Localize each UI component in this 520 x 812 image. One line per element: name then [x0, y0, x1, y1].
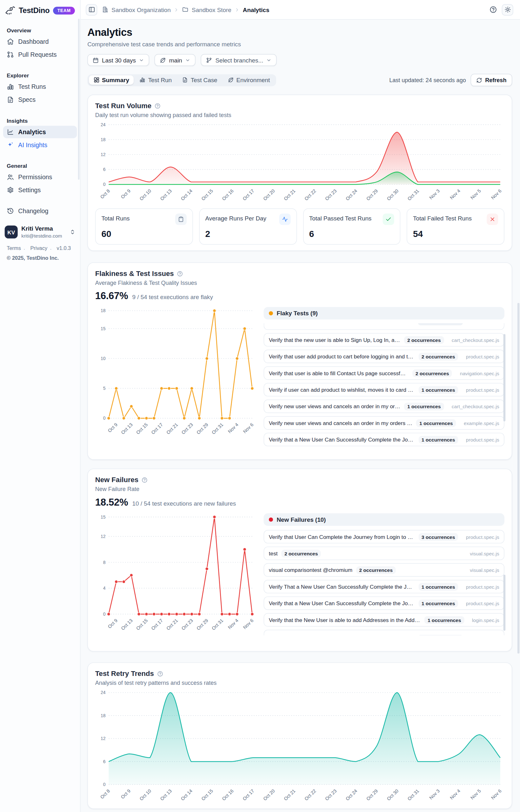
list-item[interactable]: Verify that the New User is able to add …: [263, 613, 504, 627]
sidebar-item-dashboard[interactable]: Dashboard: [3, 35, 77, 48]
flaky-percent-note: 9 / 54 test executions are flaky: [132, 294, 213, 300]
git-pull-request-icon: [7, 51, 14, 58]
check-icon: [385, 216, 392, 222]
svg-text:6: 6: [103, 167, 106, 172]
chevron-right-icon: [174, 7, 179, 12]
building-icon: [102, 6, 108, 13]
test-name: test: [269, 550, 278, 557]
privacy-link[interactable]: Privacy: [30, 245, 47, 251]
page-scrollbar[interactable]: [517, 303, 520, 654]
refresh-button[interactable]: Refresh: [470, 74, 512, 86]
list-item[interactable]: test 2 occurrences visual.spec.js: [263, 547, 504, 560]
list-item-partial[interactable]: [263, 629, 504, 635]
tab-test-case[interactable]: Test Case: [178, 76, 222, 85]
sidebar-toggle-button[interactable]: [86, 4, 97, 15]
sidebar-item-label: Dashboard: [18, 38, 49, 45]
svg-text:0: 0: [103, 182, 106, 187]
sidebar-scrollbar[interactable]: [78, 19, 80, 180]
new-failures-chart: 0481215Oct 9Oct 13Oct 15Oct 17Oct 21Oct …: [95, 513, 257, 634]
svg-text:0: 0: [103, 612, 106, 617]
list-item[interactable]: Verify That a New User Can Successfully …: [263, 580, 504, 593]
content: Analytics Comprehensive test case trends…: [81, 20, 520, 812]
gear-icon: [7, 187, 14, 194]
branches-multiselect[interactable]: Select branches...: [201, 54, 277, 66]
sidebar-item-settings[interactable]: Settings: [3, 184, 77, 196]
sidebar-item-pull-requests[interactable]: Pull Requests: [3, 48, 77, 61]
svg-text:Oct 30: Oct 30: [386, 788, 399, 802]
sidebar-item-analytics[interactable]: Analytics: [3, 125, 77, 138]
svg-text:Oct 10: Oct 10: [139, 788, 152, 802]
tab-group: Summary Test Run Test Case Environment: [87, 74, 276, 86]
sidebar-item-specs[interactable]: Specs: [3, 93, 77, 106]
user-menu[interactable]: KV Kriti Verma kriti@testdino.com: [5, 226, 76, 239]
occurrences-badge: 2 occurrences: [356, 566, 395, 574]
svg-text:Oct 9: Oct 9: [120, 188, 131, 199]
list-item-partial[interactable]: [263, 323, 504, 330]
help-circle-icon[interactable]: [155, 103, 161, 109]
svg-text:Oct 15: Oct 15: [135, 618, 149, 631]
list-item[interactable]: Verify new user views and cancels an ord…: [263, 416, 504, 430]
list-item[interactable]: Verify that user add product to cart bef…: [263, 349, 504, 363]
stat-passed-runs: Total Passed Test Runs 6: [303, 208, 400, 245]
list-item[interactable]: Verify that user is able to fill Contact…: [263, 366, 504, 380]
terms-link[interactable]: Terms: [7, 245, 21, 251]
help-circle-icon[interactable]: [177, 271, 183, 277]
tab-summary[interactable]: Summary: [88, 76, 134, 85]
svg-text:15: 15: [101, 514, 106, 520]
panel-flakiness: Flakiness & Test Issues Average Flakines…: [87, 262, 512, 459]
svg-text:5: 5: [103, 386, 106, 391]
breadcrumb-current: Analytics: [243, 6, 269, 13]
help-circle-icon[interactable]: [157, 671, 163, 677]
sidebar-item-changelog[interactable]: Changelog: [3, 204, 77, 217]
occurrences-badge: 1 occurrences: [418, 583, 458, 591]
sidebar-item-test-runs[interactable]: Test Runs: [3, 81, 77, 93]
branch-select[interactable]: main: [155, 54, 196, 66]
svg-text:Nov 3: Nov 3: [428, 788, 441, 800]
svg-text:Oct 30: Oct 30: [386, 188, 399, 201]
list-item[interactable]: Verify that a New User Can Successfully …: [263, 596, 504, 610]
svg-text:Oct 9: Oct 9: [120, 788, 131, 800]
breadcrumb-org[interactable]: Sandbox Organization: [111, 6, 171, 13]
sidebar-item-permissions[interactable]: Permissions: [3, 171, 77, 183]
spec-file: product.spec.js: [462, 437, 499, 443]
svg-text:Oct 21: Oct 21: [165, 422, 179, 436]
breadcrumb-store[interactable]: Sandbox Store: [192, 6, 231, 13]
copyright: © 2025, TestDino Inc.: [7, 255, 73, 261]
test-name: Verify that user add product to cart bef…: [269, 353, 415, 360]
spec-file: example.spec.js: [460, 420, 499, 426]
help-icon[interactable]: [489, 6, 497, 13]
svg-text:Oct 15: Oct 15: [201, 788, 214, 802]
occurrences-badge: 2 occurrences: [412, 369, 452, 377]
svg-text:Oct 15: Oct 15: [135, 422, 149, 436]
tab-environment[interactable]: Environment: [223, 76, 275, 85]
svg-text:24: 24: [101, 122, 106, 127]
help-circle-icon[interactable]: [141, 477, 148, 483]
list-scrollbar[interactable]: [503, 575, 506, 631]
tab-test-run[interactable]: Test Run: [135, 76, 177, 85]
file-text-icon: [182, 77, 188, 83]
list-item[interactable]: Verify new user views and cancels an ord…: [263, 400, 504, 413]
sidebar-item-label: Changelog: [18, 207, 48, 215]
list-scrollbar[interactable]: [503, 334, 506, 421]
sidebar-item-ai-insights[interactable]: AI Insights: [3, 139, 77, 151]
list-item[interactable]: visual comparisontest @chromium 2 occurr…: [263, 563, 504, 577]
svg-text:Oct 20: Oct 20: [262, 188, 276, 201]
failures-rows: Verify that User Can Complete the Journe…: [263, 530, 504, 627]
date-range-select[interactable]: Last 30 days: [87, 54, 149, 66]
list-item[interactable]: Verify if user can add product to wishli…: [263, 383, 504, 396]
list-item[interactable]: Verify that the new user is able to Sign…: [263, 333, 504, 347]
panel-title: Test Retry Trends: [95, 670, 154, 677]
list-item[interactable]: Verify that User Can Complete the Journe…: [263, 530, 504, 544]
activity-icon: [282, 216, 288, 222]
svg-text:Oct 16: Oct 16: [221, 788, 235, 802]
list-item[interactable]: Verify that a New User Can Successfully …: [263, 432, 504, 446]
svg-text:12: 12: [101, 534, 106, 539]
test-name: Verify that user is able to fill Contact…: [269, 370, 409, 376]
tab-label: Test Case: [191, 77, 217, 83]
svg-text:18: 18: [101, 137, 106, 142]
svg-text:Oct 9: Oct 9: [107, 618, 119, 629]
svg-text:8: 8: [103, 560, 106, 565]
svg-text:Nov 6: Nov 6: [490, 188, 502, 200]
theme-toggle-button[interactable]: [502, 4, 513, 15]
panel-test-retry-trends: Test Retry Trends Analysis of test retry…: [87, 662, 512, 809]
